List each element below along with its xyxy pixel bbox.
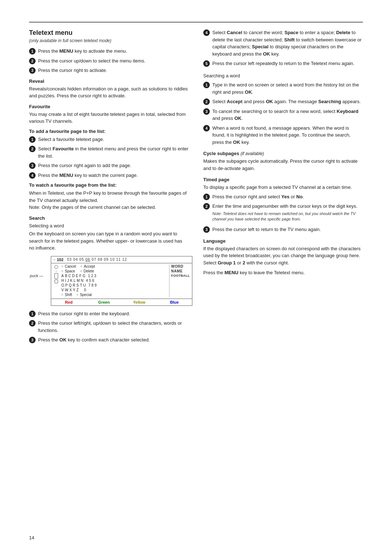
timed-2: 2 Enter the time and pagenumber with the… bbox=[203, 203, 363, 223]
searching-2: 2 Select Accept and press OK again. The … bbox=[203, 98, 363, 105]
timed-num-1: 1 bbox=[203, 194, 210, 200]
intro-text-3: Press the cursor right to activate. bbox=[38, 67, 189, 74]
kbd-blue: Blue bbox=[157, 299, 192, 305]
timed-1: 1 Press the cursor right and select Yes … bbox=[203, 193, 363, 200]
right-text-5: Press the cursor left repeatedly to retu… bbox=[212, 60, 363, 67]
right-step-5: 5 Press the cursor left repeatedly to re… bbox=[203, 60, 363, 67]
add-fav-text-4: Press the MENU key to watch the current … bbox=[38, 172, 189, 179]
after-kbd-3: 3 Press the OK key to confirm each chara… bbox=[29, 336, 189, 344]
watch-fav-body: When in Teletext, use the P+P key to bro… bbox=[29, 190, 189, 211]
left-column: Teletext menu (only available in full sc… bbox=[29, 29, 189, 346]
add-fav-num-4: 4 bbox=[29, 172, 36, 179]
right-column: 4 Select Cancel to cancel the word; Spac… bbox=[203, 29, 363, 346]
kbd-name: NAME bbox=[171, 269, 190, 273]
after-kbd-text-1: Press the cursor right to enter the keyb… bbox=[38, 310, 189, 317]
page: Teletext menu (only available in full sc… bbox=[0, 0, 392, 555]
favourite-heading: Favourite bbox=[29, 104, 189, 109]
keyboard-diagram-wrapper: puck — ○ 102 03 04 05 06 07 08 09 10 11 … bbox=[40, 256, 189, 306]
timed-page-body: To display a specific page from a select… bbox=[203, 184, 363, 191]
add-fav-text-1: Select a favourite teletext page. bbox=[38, 136, 189, 143]
intro-text-2: Press the cursor up/down to select the m… bbox=[38, 57, 189, 65]
language-footer: Press the MENU key to leave the Teletext… bbox=[203, 269, 363, 276]
searching-heading-label: Searching a word bbox=[203, 72, 363, 80]
timed-num-2: 2 bbox=[203, 203, 210, 210]
right-num-5: 5 bbox=[203, 60, 210, 67]
kbd-football: FOOTBALL bbox=[171, 274, 190, 278]
after-kbd-2: 2 Press the cursor left/right, up/down t… bbox=[29, 320, 189, 334]
page-number: 14 bbox=[29, 535, 34, 540]
reveal-heading: Reveal bbox=[29, 78, 189, 84]
top-rule bbox=[29, 22, 363, 23]
searching-num-3: 3 bbox=[203, 108, 210, 115]
add-fav-heading: To add a favourite page to the list: bbox=[29, 129, 189, 134]
timed-text-1: Press the cursor right and select Yes or… bbox=[212, 193, 363, 200]
add-fav-3: 3 Press the cursor right again to add th… bbox=[29, 162, 189, 169]
search-body: On the keyboard on screen you can type i… bbox=[29, 230, 189, 252]
searching-num-1: 1 bbox=[203, 82, 210, 88]
searching-4: 4 When a word is not found, a message ap… bbox=[203, 125, 363, 146]
num-1: 1 bbox=[29, 48, 36, 54]
language-body: If the displayed characters on screen do… bbox=[203, 245, 363, 267]
num-2: 2 bbox=[29, 58, 36, 64]
after-kbd-text-3: Press the OK key to confirm each charact… bbox=[38, 336, 189, 344]
favourite-body: You may create a list of eight favourite… bbox=[29, 111, 189, 125]
timed-3: 3 Press the cursor left to return to the… bbox=[203, 226, 363, 233]
after-kbd-num-2: 2 bbox=[29, 320, 36, 327]
add-fav-num-3: 3 bbox=[29, 162, 36, 169]
add-fav-text-2: Select Favourite in the teletext menu an… bbox=[38, 145, 189, 159]
add-fav-num-2: 2 bbox=[29, 146, 36, 152]
add-fav-num-1: 1 bbox=[29, 136, 36, 143]
kbd-right-col: WORD NAME FOOTBALL bbox=[169, 264, 190, 297]
searching-text-3: To cancel the searching or to search for… bbox=[212, 108, 363, 122]
kbd-main: ○ Cancel ○ Accept ○ Space ○ Delete ABCDE… bbox=[61, 264, 167, 297]
intro-item-1: 1 Press the MENU key to activate the men… bbox=[29, 48, 189, 55]
right-text-4: Select Cancel to cancel the word; Space … bbox=[212, 29, 363, 57]
add-fav-4: 4 Press the MENU key to watch the curren… bbox=[29, 172, 189, 179]
search-sub: Selecting a word bbox=[29, 222, 189, 230]
searching-text-1: Type in the word on screen or select a w… bbox=[212, 81, 363, 96]
kbd-col-nums: 03 04 05 06 07 08 09 10 11 12 bbox=[67, 258, 127, 262]
kbd-footer: Red Green Yellow Blue bbox=[51, 299, 192, 305]
num-3: 3 bbox=[29, 67, 36, 74]
after-kbd-num-3: 3 bbox=[29, 337, 36, 343]
watch-fav-heading: To watch a favourite page from the list: bbox=[29, 182, 189, 188]
timed-num-3: 3 bbox=[203, 226, 210, 233]
searching-text-4: When a word is not found, a message appe… bbox=[212, 125, 363, 146]
timed-text-2: Enter the time and pagenumber with the c… bbox=[212, 203, 363, 223]
kbd-word: WORD bbox=[171, 264, 190, 268]
search-heading: Search bbox=[29, 215, 189, 221]
right-step-4: 4 Select Cancel to cancel the word; Spac… bbox=[203, 29, 363, 57]
main-content: Teletext menu (only available in full sc… bbox=[29, 29, 363, 346]
searching-text-2: Select Accept and press OK again. The me… bbox=[212, 98, 363, 105]
intro-item-3: 3 Press the cursor right to activate. bbox=[29, 67, 189, 74]
kbd-yellow: Yellow bbox=[122, 299, 157, 305]
section-title: Teletext menu bbox=[29, 29, 189, 37]
searching-3: 3 To cancel the searching or to search f… bbox=[203, 108, 363, 122]
timed-note: Note: Teletext does not have to remain s… bbox=[212, 211, 363, 223]
timed-text-3: Press the cursor left to return to the T… bbox=[212, 226, 363, 233]
searching-num-2: 2 bbox=[203, 98, 210, 105]
searching-num-4: 4 bbox=[203, 125, 210, 131]
intro-text-1: Press the MENU key to activate the menu. bbox=[38, 48, 189, 55]
right-num-4: 4 bbox=[203, 29, 210, 36]
cycle-qualifier: (if available) bbox=[241, 151, 264, 156]
section-subtitle: (only available in full screen teletext … bbox=[29, 38, 189, 43]
keyboard-diagram: ○ 102 03 04 05 06 07 08 09 10 11 12 ○ bbox=[51, 256, 192, 306]
add-fav-text-3: Press the cursor right again to add the … bbox=[38, 162, 189, 169]
after-kbd-text-2: Press the cursor left/right, up/down to … bbox=[38, 320, 189, 334]
language-heading: Language bbox=[203, 238, 363, 244]
kbd-red: Red bbox=[51, 299, 86, 305]
add-fav-1: 1 Select a favourite teletext page. bbox=[29, 136, 189, 143]
add-fav-2: 2 Select Favourite in the teletext menu … bbox=[29, 145, 189, 159]
reveal-body: Reveals/conceals hidden information on a… bbox=[29, 85, 189, 100]
searching-1: 1 Type in the word on screen or select a… bbox=[203, 81, 363, 96]
cycle-heading-wrapper: Cycle subpages (if available) bbox=[203, 151, 363, 156]
after-kbd-1: 1 Press the cursor right to enter the ke… bbox=[29, 310, 189, 317]
intro-item-2: 2 Press the cursor up/down to select the… bbox=[29, 57, 189, 65]
after-kbd-num-1: 1 bbox=[29, 311, 36, 317]
cycle-body: Makes the subpages cycle automatically. … bbox=[203, 158, 363, 172]
puck-label: puck — bbox=[30, 274, 43, 278]
cycle-heading: Cycle subpages bbox=[203, 151, 239, 156]
kbd-green: Green bbox=[86, 299, 122, 305]
timed-page-heading: Timed page bbox=[203, 177, 363, 182]
